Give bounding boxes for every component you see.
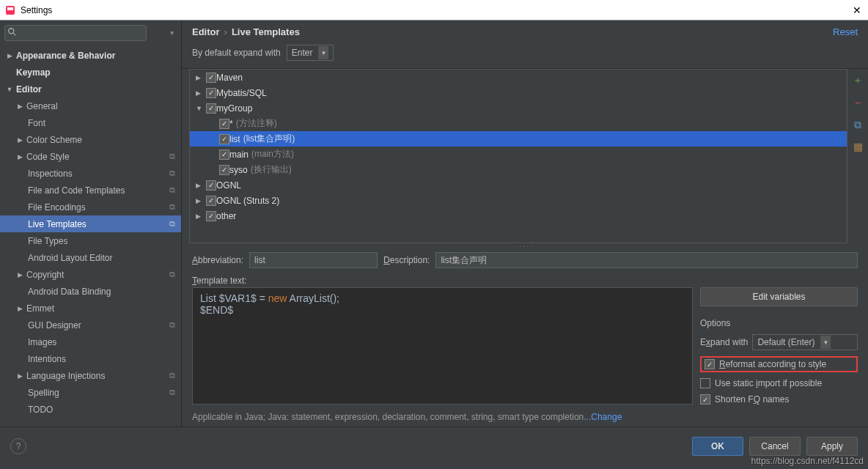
template-item-selected[interactable]: ✓list(list集合声明)	[190, 131, 847, 147]
nav-file-encodings[interactable]: File Encodings⧉	[0, 199, 181, 215]
template-group-ognl-struts[interactable]: ▶✓OGNL (Struts 2)	[190, 193, 847, 208]
reset-link[interactable]: Reset	[833, 26, 858, 37]
description-input[interactable]	[435, 252, 858, 268]
nav-inspections[interactable]: Inspections⧉	[0, 165, 181, 182]
chevron-down-icon: ▼	[820, 336, 831, 349]
checkbox[interactable]: ✓	[206, 73, 216, 83]
shorten-fq-checkbox[interactable]: ✓	[700, 394, 710, 405]
checkbox[interactable]: ✓	[206, 196, 216, 206]
checkbox[interactable]: ✓	[206, 211, 216, 221]
titlebar: Settings ✕	[0, 0, 868, 21]
breadcrumb-sep: ›	[220, 26, 232, 37]
options-label: Options	[700, 312, 858, 328]
copy-icon[interactable]: ⧉	[850, 117, 865, 132]
nav-lang-inj[interactable]: ▶Language Injections⧉	[0, 367, 181, 384]
nav-font[interactable]: Font	[0, 114, 181, 131]
reformat-option-highlighted: ✓ Reformat according to style	[700, 356, 858, 372]
nav-file-types[interactable]: File Types	[0, 232, 181, 249]
breadcrumb-current: Live Templates	[232, 26, 300, 37]
dialog-footer: ? OK Cancel Apply	[0, 426, 868, 465]
sidebar: ▾ ▶Appearance & Behavior Keymap ▼Editor …	[0, 21, 182, 426]
template-text-editor[interactable]: List $VAR1$ = new ArrayList(); $END$	[192, 287, 693, 405]
static-import-label: Use static import if possible	[715, 378, 822, 388]
expand-default-value: Enter	[292, 48, 313, 58]
template-item[interactable]: ✓syso(换行输出)	[190, 162, 847, 177]
nav-emmet[interactable]: ▶Emmet	[0, 300, 181, 317]
template-group-mygroup[interactable]: ▼✓myGroup	[190, 100, 847, 116]
nav-gui-designer[interactable]: GUI Designer⧉	[0, 317, 181, 333]
options-panel: Edit variables Options Expand with Defau…	[700, 287, 858, 405]
scheme-icon: ⧉	[169, 169, 181, 178]
add-icon[interactable]: ＋	[850, 73, 865, 88]
template-actions: ＋ − ⧉ ▦	[847, 69, 868, 243]
scheme-icon: ⧉	[169, 388, 181, 397]
nav-copyright[interactable]: ▶Copyright⧉	[0, 266, 181, 283]
search-input-wrap: ▾	[4, 25, 177, 41]
template-group-ognl[interactable]: ▶✓OGNL	[190, 177, 847, 193]
help-button[interactable]: ?	[10, 438, 26, 454]
abbrev-label: AAbbreviation:bbreviation:	[192, 255, 243, 265]
applicable-contexts: Applicable in Java; Java: statement, exp…	[182, 405, 868, 426]
breadcrumb-parent[interactable]: Editor	[192, 26, 220, 37]
scheme-icon: ⧉	[169, 270, 181, 279]
nav-intentions[interactable]: Intentions	[0, 350, 181, 367]
cancel-button[interactable]: Cancel	[749, 437, 801, 456]
window-title: Settings	[21, 5, 850, 15]
scheme-icon: ⧉	[169, 219, 181, 229]
search-input[interactable]	[4, 25, 147, 41]
ok-button[interactable]: OK	[692, 437, 743, 456]
nav-general[interactable]: ▶General	[0, 97, 181, 114]
nav-appearance[interactable]: ▶Appearance & Behavior	[0, 47, 181, 64]
nav-android-data[interactable]: Android Data Binding	[0, 283, 181, 300]
expand-with-label: Expand with	[700, 337, 748, 347]
svg-rect-1	[7, 7, 13, 10]
nav-live-templates[interactable]: Live Templates⧉	[0, 215, 181, 232]
desc-label: Description:	[383, 255, 430, 265]
chevron-down-icon: ▼	[318, 46, 328, 59]
nav-code-style[interactable]: ▶Code Style⧉	[0, 148, 181, 165]
expand-with-select[interactable]: Default (Enter) ▼	[752, 334, 858, 350]
static-import-checkbox[interactable]: ✓	[700, 378, 710, 388]
nav-spelling[interactable]: Spelling⧉	[0, 384, 181, 401]
main-panel: Editor › Live Templates Reset By default…	[182, 21, 868, 426]
nav-android-layout[interactable]: Android Layout Editor	[0, 249, 181, 266]
checkbox[interactable]: ✓	[219, 165, 229, 175]
nav-color-scheme[interactable]: ▶Color Scheme	[0, 131, 181, 148]
template-item[interactable]: ✓*(方法注释)	[190, 116, 847, 131]
apply-button[interactable]: Apply	[806, 437, 858, 456]
template-tree[interactable]: ▶✓Maven ▶✓Mybatis/SQL ▼✓myGroup ✓*(方法注释)…	[189, 69, 847, 243]
edit-variables-button[interactable]: Edit variables	[700, 287, 858, 306]
remove-icon[interactable]: −	[850, 95, 865, 110]
scheme-icon: ⧉	[169, 320, 181, 330]
checkbox[interactable]: ✓	[206, 180, 216, 191]
expand-default-label: By default expand with	[192, 48, 281, 58]
nav-file-code-templates[interactable]: File and Code Templates⧉	[0, 182, 181, 199]
watermark: https://blog.csdn.net/f4112cd	[751, 456, 864, 466]
checkbox[interactable]: ✓	[219, 119, 229, 129]
app-icon	[4, 4, 16, 16]
search-icon	[7, 27, 18, 37]
checkbox[interactable]: ✓	[219, 134, 229, 144]
nav-images[interactable]: Images	[0, 333, 181, 350]
template-group-mybatis[interactable]: ▶✓Mybatis/SQL	[190, 85, 847, 100]
nav-keymap[interactable]: Keymap	[0, 64, 181, 81]
template-text-label: Template text:	[182, 273, 868, 287]
reformat-checkbox[interactable]: ✓	[705, 359, 715, 369]
template-group-other[interactable]: ▶✓other	[190, 208, 847, 224]
checkbox[interactable]: ✓	[206, 88, 216, 98]
scheme-icon: ⧉	[169, 152, 181, 161]
template-item[interactable]: ✓main(main方法)	[190, 147, 847, 162]
abbreviation-input[interactable]	[249, 252, 378, 268]
checkbox[interactable]: ✓	[206, 103, 216, 114]
paste-icon[interactable]: ▦	[850, 139, 865, 154]
nav-editor[interactable]: ▼Editor	[0, 81, 181, 97]
close-icon[interactable]: ✕	[850, 4, 864, 17]
expand-default-select[interactable]: Enter ▼	[287, 45, 334, 61]
scheme-icon: ⧉	[169, 185, 181, 195]
nav-todo[interactable]: TODO	[0, 401, 181, 418]
search-dropdown-icon[interactable]: ▾	[170, 29, 174, 37]
svg-line-3	[13, 33, 16, 36]
template-group-maven[interactable]: ▶✓Maven	[190, 70, 847, 85]
change-context-link[interactable]: Change	[591, 412, 622, 422]
checkbox[interactable]: ✓	[219, 149, 229, 160]
